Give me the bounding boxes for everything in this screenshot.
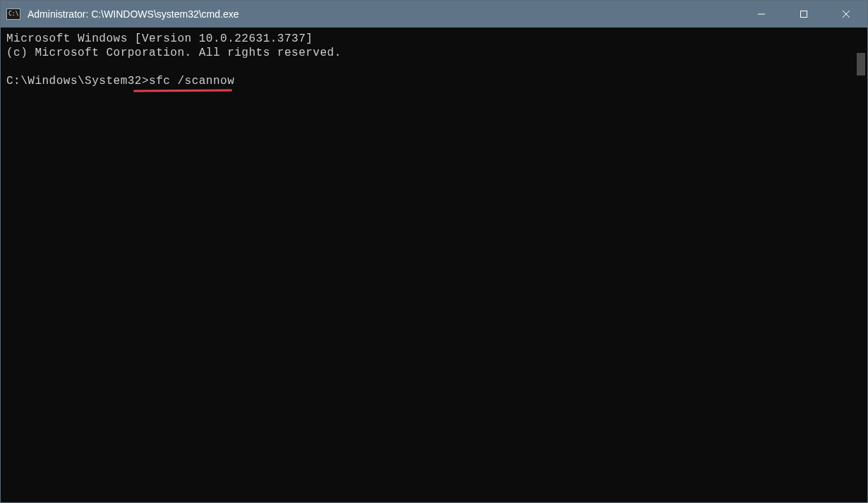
terminal-output[interactable]: Microsoft Windows [Version 10.0.22631.37…	[1, 28, 855, 502]
copyright-line: (c) Microsoft Corporation. All rights re…	[6, 47, 342, 59]
svg-rect-1	[801, 11, 807, 18]
cmd-icon: C:\	[6, 8, 20, 20]
scrollbar-thumb[interactable]	[857, 53, 865, 75]
cmd-window: C:\ Administrator: C:\WINDOWS\system32\c…	[0, 0, 868, 503]
window-title: Administrator: C:\WINDOWS\system32\cmd.e…	[28, 8, 239, 20]
prompt-path: C:\Windows\System32>	[6, 75, 149, 87]
minimize-icon	[757, 10, 766, 18]
vertical-scrollbar[interactable]	[855, 28, 867, 502]
terminal-area: Microsoft Windows [Version 10.0.22631.37…	[1, 28, 867, 502]
minimize-button[interactable]	[740, 1, 783, 28]
titlebar[interactable]: C:\ Administrator: C:\WINDOWS\system32\c…	[1, 1, 867, 28]
close-icon	[842, 10, 850, 18]
maximize-button[interactable]	[783, 1, 825, 28]
typed-command: sfc /scannow	[149, 75, 234, 87]
maximize-icon	[800, 10, 808, 18]
close-button[interactable]	[825, 1, 867, 28]
version-line: Microsoft Windows [Version 10.0.22631.37…	[6, 32, 313, 45]
command-underline-annotation	[133, 90, 232, 92]
window-controls	[740, 1, 867, 28]
